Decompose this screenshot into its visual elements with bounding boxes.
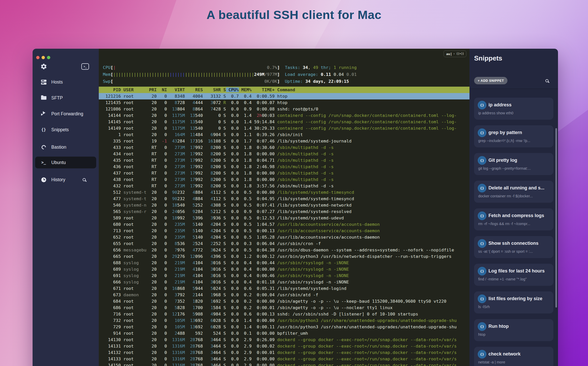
snippet-card[interactable]: {}Fetch and compress logsrm -rf ~/logs &…	[474, 208, 553, 230]
process-row[interactable]: 671 root 20 0 16868 5944 5024 S 0.0 0.6 …	[99, 285, 469, 292]
snippet-card[interactable]: {}Delete all running and s...docker cont…	[474, 181, 553, 203]
snippet-card[interactable]: {}grep by patterngrep --include=\*.{c,h}…	[474, 125, 553, 147]
terminal-screen[interactable]: au| ((•)) CPU[| 0.7%] Tasks: 34, 49 thr;…	[99, 49, 469, 366]
process-row[interactable]: 729 root 20 0 105M 13692 6028 S 0.0 1.4 …	[99, 324, 469, 330]
process-row[interactable]: 713 root 20 0 235M 5140 4204 S 0.0 0.5 0…	[99, 228, 469, 234]
hosts-icon	[40, 79, 47, 85]
meter-line: Mem[||||||||||||||||||||||||||||||||||||…	[103, 71, 357, 78]
sidebar-item-sftp[interactable]: SFTP	[35, 92, 96, 104]
process-row[interactable]: 14150 root 20 0 1316M 28768 3464 S 0.0 2…	[99, 362, 469, 366]
process-row[interactable]: 433 root RT 0 273M 17992 8200 S 0.0 1.8 …	[99, 144, 469, 151]
process-row[interactable]: 1 root 20 0 164M 11484 6904 S 0.0 1.1 0:…	[99, 131, 469, 138]
add-snippet-button[interactable]: + ADD SNIPPET	[474, 77, 507, 84]
sidebar-item-bastion[interactable]: Bastion	[35, 141, 96, 153]
autocomplete-indicator: au|	[446, 52, 452, 56]
settings-icon[interactable]	[40, 63, 47, 71]
snippet-card[interactable]: {}Show ssh connectionsss -at '( dport = …	[474, 236, 553, 258]
process-row[interactable]: 732 root 20 0 105M 13692 6028 S 0.0 1.4 …	[99, 317, 469, 324]
search-icon[interactable]	[81, 176, 87, 183]
snippet-icon: {}	[478, 239, 486, 248]
separator-dot	[454, 53, 455, 54]
process-row[interactable]: 652 root 20 0 235M 5140 4204 S 0.0 0.5 1…	[99, 234, 469, 240]
ssh-client-window: >_ HostsSFTPPort Forwarding{}SnippetsBas…	[33, 49, 558, 366]
process-row[interactable]: 716 root 20 0 12176 5908 4984 S 0.0 0.6 …	[99, 311, 469, 317]
process-row[interactable]: 434 root RT 0 273M 17992 8200 S 0.0 1.8 …	[99, 151, 469, 157]
process-row[interactable]: 680 root 20 0 235M 5140 4204 S 0.0 0.5 1…	[99, 221, 469, 228]
process-row[interactable]: 14132 root 20 0 1316M 28768 3464 S 0.0 2…	[99, 349, 469, 356]
snippets-scrollbar[interactable]	[555, 128, 557, 308]
process-row[interactable]: 686 root 20 0 5828 1700 1584 S 0.0 0.2 0…	[99, 304, 469, 311]
snippet-title: Delete all running and s...	[488, 185, 544, 191]
braces-icon: {}	[40, 126, 47, 133]
process-row[interactable]: 436 root RT 0 273M 17992 8200 S 0.0 1.8 …	[99, 164, 469, 170]
snippet-card[interactable]: {}Git pretty loggit log --graph --pretty…	[474, 153, 553, 175]
sidebar-item-label: Snippets	[51, 127, 69, 133]
snippet-command: git log --graph --pretty=format:...	[478, 166, 551, 170]
process-row[interactable]: 121216 root 20 0 8348 4004 3132 S 0.7 0.…	[99, 93, 469, 99]
snippet-card[interactable]: {}ip addressip address show eth0	[474, 98, 553, 120]
meter-line: CPU[| 0.7%] Tasks: 34, 49 thr; 1 running	[103, 64, 357, 71]
process-row[interactable]: 689 syslog 20 0 219M 4104 3016 S 0.0 0.4…	[99, 266, 469, 272]
process-row[interactable]: 432 root RT 0 273M 17992 8200 S 0.0 1.8 …	[99, 183, 469, 189]
process-row[interactable]: 437 root RT 0 273M 17992 8200 S 0.0 1.8 …	[99, 170, 469, 176]
snippet-card[interactable]: {}Log files for last 24 hoursfind / -mti…	[474, 264, 553, 286]
process-row[interactable]: 666 syslog 20 0 219M 4104 3016 S 0.0 0.4…	[99, 279, 469, 285]
process-row[interactable]: 335 root 19 -1 43284 17316 16108 S 0.0 1…	[99, 138, 469, 144]
zoom-button[interactable]	[47, 56, 50, 59]
snippet-icon: {}	[478, 350, 486, 359]
snippet-card[interactable]: {}check networknetstat -a | more	[474, 347, 553, 366]
snippets-search-icon[interactable]	[544, 77, 550, 84]
process-row[interactable]: 655 root 20 0 8536 2524 2252 S 0.0 0.3 0…	[99, 240, 469, 247]
process-row[interactable]: 14130 root 20 0 1316M 28768 3464 S 0.0 2…	[99, 337, 469, 343]
process-row[interactable]: 914 root 20 0 2488 592 524 S 0.0 0.1 0:0…	[99, 330, 469, 337]
snippet-title: Run htop	[488, 324, 509, 329]
broadcast-icon: ((•))	[456, 52, 464, 56]
terminal-badge[interactable]: au| ((•))	[444, 50, 466, 57]
process-row[interactable]: 512 systemd-t 20 0 90232 4884 4112 S 0.0…	[99, 189, 469, 196]
process-row[interactable]: 14144 root 20 0 1175M 13540 0 S 0.0 1.4 …	[99, 112, 469, 119]
process-row[interactable]: 546 systemd-n 20 0 18540 5252 4308 S 0.0…	[99, 202, 469, 208]
sidebar-item-snippets[interactable]: {}Snippets	[35, 124, 96, 136]
process-row[interactable]: 14131 root 20 0 1316M 28768 3464 S 0.0 2…	[99, 343, 469, 349]
process-row[interactable]: 438 root RT 0 273M 17992 8200 S 0.0 1.8 …	[99, 176, 469, 183]
process-row[interactable]: 121086 root 20 0 13804 8864 7428 S 0.0 0…	[99, 106, 469, 112]
sidebar-item-label: Port Forwarding	[51, 111, 83, 117]
process-row[interactable]: 477 systemd-t 20 0 90232 4884 4112 S 0.0…	[99, 196, 469, 202]
snippet-icon: {}	[478, 294, 486, 303]
snippet-icon: {}	[478, 211, 486, 220]
process-row[interactable]: 14133 root 20 0 1316M 28768 3464 S 0.0 2…	[99, 356, 469, 362]
snippets-list: {}ip addressip address show eth0{}grep b…	[469, 89, 558, 366]
snippet-title: list files ordering by size	[488, 296, 542, 301]
process-row[interactable]: 656 messagebu 20 0 7976 4772 3624 S 0.0 …	[99, 247, 469, 253]
process-row[interactable]: 565 systemd-r 20 0 24056 9284 5212 S 0.0…	[99, 208, 469, 215]
process-row[interactable]: 665 root 20 0 29276 12096 4396 S 0.0 1.2…	[99, 253, 469, 260]
process-row[interactable]: 684 root 20 0 7352 1820 1692 S 0.0 0.2 0…	[99, 298, 469, 304]
process-row[interactable]: 688 syslog 20 0 219M 4104 3016 S 0.0 0.4…	[99, 260, 469, 266]
snippet-title: ip address	[488, 102, 512, 108]
process-row[interactable]: 121435 root 20 0 8728 4444 3072 R 0.0 0.…	[99, 99, 469, 106]
minimize-button[interactable]	[42, 56, 45, 59]
sidebar-item-history[interactable]: History	[35, 174, 96, 186]
sidebar-item-hosts[interactable]: Hosts	[35, 76, 96, 88]
sidebar-item-label: SFTP	[51, 95, 63, 101]
history-icon	[40, 176, 47, 183]
process-table-header[interactable]: PID USER PRI NI VIRT RES SHR S CPU% MEM%…	[99, 87, 469, 93]
process-row[interactable]: 14145 root 20 0 1175M 13540 0 S 0.0 1.4 …	[99, 119, 469, 125]
process-row[interactable]: 435 root RT 0 273M 17992 8200 S 0.0 1.8 …	[99, 157, 469, 164]
snippet-title: check network	[488, 351, 521, 357]
process-row[interactable]: 14149 root 20 0 1175M 13540 0 S 0.0 1.4 …	[99, 125, 469, 131]
process-row[interactable]: 589 root 20 0 18992 5396 3936 S 0.0 0.5 …	[99, 215, 469, 221]
snippet-card[interactable]: {}Run htophtop	[474, 319, 553, 341]
process-row[interactable]: 673 daemon 20 0 3792 2144 1968 S 0.0 0.2…	[99, 292, 469, 298]
sidebar-item-port-forwarding[interactable]: Port Forwarding	[35, 108, 96, 120]
sidebar-item-label: History	[51, 177, 65, 182]
snippet-icon: {}	[478, 184, 486, 192]
new-terminal-icon[interactable]: >_	[81, 63, 89, 70]
snippet-command: netstat -a | more	[478, 360, 551, 364]
sidebar-item-ubuntu[interactable]: >_Ubuntu	[35, 157, 96, 168]
snippet-icon: {}	[478, 101, 486, 109]
snippet-card[interactable]: {}list files ordering by sizels -lSrh	[474, 291, 553, 313]
close-button[interactable]	[36, 56, 40, 59]
process-row[interactable]: 691 syslog 20 0 219M 4104 3016 S 0.0 0.4…	[99, 272, 469, 279]
snippet-title: Fetch and compress logs	[488, 213, 544, 218]
